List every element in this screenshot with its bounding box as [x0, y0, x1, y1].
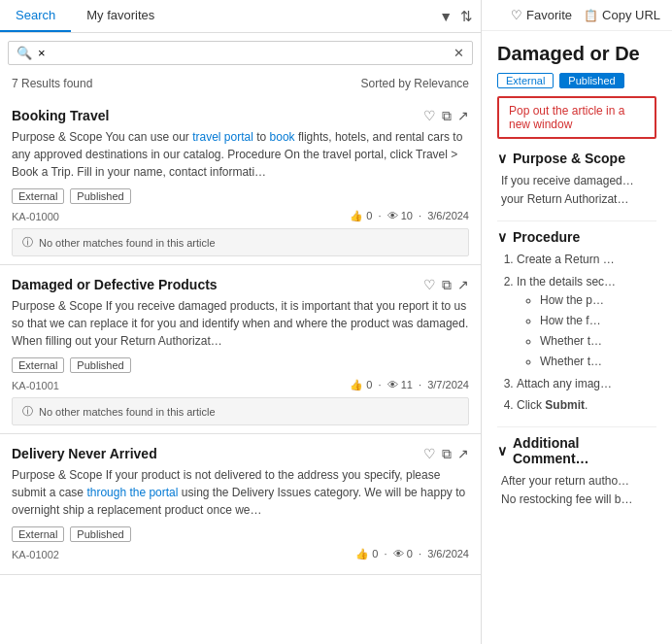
search-input[interactable] [38, 46, 454, 60]
list-item: In the details sec… How the p… How the f… [517, 273, 656, 372]
right-article-title: Damaged or De [482, 31, 672, 69]
right-tag-published[interactable]: Published [559, 73, 623, 88]
external-link-icon[interactable]: ↗ [457, 108, 469, 124]
clear-icon[interactable]: ✕ [454, 46, 464, 60]
article-title[interactable]: Booking Travel [12, 108, 109, 123]
info-icon: ⓘ [22, 404, 33, 419]
section-content-purpose: If you receive damaged… your Return Auth… [497, 172, 656, 209]
book-link[interactable]: book [270, 130, 295, 144]
favorite-icon[interactable]: ♡ [423, 446, 436, 462]
article-title[interactable]: Delivery Never Arrived [12, 446, 157, 461]
right-content: ∨ Purpose & Scope If you receive damaged… [482, 147, 672, 644]
article-tags: External Published [12, 526, 469, 542]
favorite-icon[interactable]: ♡ [423, 277, 436, 293]
section-additional: ∨ Additional Comment… After your return … [497, 435, 656, 509]
sort-label: Sorted by Relevance [361, 77, 469, 90]
chevron-additional-icon: ∨ [497, 443, 507, 458]
article-excerpt: Purpose & Scope If your product is not d… [12, 466, 469, 519]
external-link-icon[interactable]: ↗ [457, 277, 469, 293]
section-procedure: ∨ Procedure Create a Return … In the det… [497, 229, 656, 415]
article-header: Booking Travel ♡ ⧉ ↗ [12, 108, 469, 124]
right-tag-external[interactable]: External [497, 73, 554, 88]
no-matches-text: No other matches found in this article [39, 406, 216, 418]
results-header: 7 Results found Sorted by Relevance [0, 73, 481, 96]
list-item: Click Submit. [517, 396, 656, 415]
copy-icon[interactable]: ⧉ [442, 108, 452, 124]
right-panel-header: ♡ Favorite 📋 Copy URL [482, 0, 672, 31]
right-panel: ♡ Favorite 📋 Copy URL Damaged or De Exte… [482, 0, 672, 644]
article-id: KA-01001 [12, 380, 59, 391]
list-item: Whether t… [540, 353, 656, 371]
popout-banner[interactable]: Pop out the article in a new window [497, 96, 656, 139]
article-tags: External Published [12, 188, 469, 204]
copy-url-icon: 📋 [584, 9, 598, 22]
list-item: How the p… [540, 291, 656, 310]
favorite-action[interactable]: ♡ Favorite [511, 8, 572, 22]
article-stats: 👍 0 · 👁 0 · 3/6/2024 [355, 548, 469, 560]
article-id: KA-01000 [12, 211, 59, 222]
sort-icon[interactable]: ⇅ [460, 8, 473, 25]
copy-icon[interactable]: ⧉ [442, 446, 452, 462]
article-meta: KA-01001 👍 0 · 👁 11 · 3/7/2024 [12, 379, 469, 391]
article-title[interactable]: Damaged or Defective Products [12, 277, 218, 292]
divider [497, 220, 656, 221]
copy-icon[interactable]: ⧉ [442, 277, 452, 293]
tabs-bar: Search My favorites ▼ ⇅ [0, 0, 481, 33]
no-matches-text: No other matches found in this article [39, 237, 216, 249]
search-bar: 🔍 ✕ [8, 41, 473, 65]
article-card: Delivery Never Arrived ♡ ⧉ ↗ Purpose & S… [0, 434, 481, 575]
tab-search[interactable]: Search [0, 0, 71, 32]
no-matches-banner: ⓘ No other matches found in this article [12, 228, 469, 256]
section-purpose: ∨ Purpose & Scope If you receive damaged… [497, 151, 656, 209]
section-title-additional[interactable]: ∨ Additional Comment… [497, 435, 656, 466]
tag-published: Published [70, 357, 130, 373]
section-title-text: Procedure [513, 229, 580, 245]
travel-portal-link[interactable]: travel portal [192, 130, 253, 144]
copy-url-label: Copy URL [602, 8, 660, 22]
search-icon: 🔍 [17, 46, 32, 60]
section-content-procedure: Create a Return … In the details sec… Ho… [497, 251, 656, 415]
copy-url-action[interactable]: 📋 Copy URL [584, 8, 660, 22]
article-actions: ♡ ⧉ ↗ [423, 446, 469, 462]
article-card: Damaged or Defective Products ♡ ⧉ ↗ Purp… [0, 265, 481, 434]
article-actions: ♡ ⧉ ↗ [423, 108, 469, 124]
section-title-purpose[interactable]: ∨ Purpose & Scope [497, 151, 656, 166]
chevron-purpose-icon: ∨ [497, 151, 507, 166]
article-meta: KA-01002 👍 0 · 👁 0 · 3/6/2024 [12, 548, 469, 560]
article-excerpt: Purpose & Scope If you receive damaged p… [12, 297, 469, 350]
article-header: Damaged or Defective Products ♡ ⧉ ↗ [12, 277, 469, 293]
tab-favorites[interactable]: My favorites [71, 0, 170, 32]
results-count: 7 Results found [12, 77, 92, 90]
tag-external: External [12, 526, 64, 542]
favorite-icon[interactable]: ♡ [423, 108, 436, 124]
no-matches-banner: ⓘ No other matches found in this article [12, 397, 469, 425]
article-actions: ♡ ⧉ ↗ [423, 277, 469, 293]
articles-list: Booking Travel ♡ ⧉ ↗ Purpose & Scope You… [0, 96, 481, 644]
section-title-text: Purpose & Scope [513, 151, 625, 166]
list-item: How the f… [540, 312, 656, 330]
article-id: KA-01002 [12, 549, 59, 560]
tag-published: Published [70, 188, 130, 204]
divider [497, 426, 656, 427]
article-tags: External Published [12, 357, 469, 373]
filter-icon[interactable]: ▼ [439, 9, 453, 24]
favorite-label: Favorite [526, 8, 572, 22]
info-icon: ⓘ [22, 235, 33, 250]
tag-external: External [12, 357, 64, 373]
heart-icon: ♡ [511, 8, 522, 22]
list-item: Whether t… [540, 332, 656, 351]
article-excerpt: Purpose & Scope You can use our travel p… [12, 128, 469, 181]
external-link-icon[interactable]: ↗ [457, 446, 469, 462]
section-title-text: Additional Comment… [513, 435, 656, 466]
tag-external: External [12, 188, 64, 204]
chevron-procedure-icon: ∨ [497, 229, 507, 245]
section-title-procedure[interactable]: ∨ Procedure [497, 229, 656, 245]
tag-published: Published [70, 526, 130, 542]
article-stats: 👍 0 · 👁 10 · 3/6/2024 [350, 210, 469, 222]
left-panel: Search My favorites ▼ ⇅ 🔍 ✕ 7 Results fo… [0, 0, 482, 644]
article-meta: KA-01000 👍 0 · 👁 10 · 3/6/2024 [12, 210, 469, 222]
portal-link[interactable]: through the portal [86, 486, 178, 499]
submit-bold: Submit [545, 398, 585, 412]
article-header: Delivery Never Arrived ♡ ⧉ ↗ [12, 446, 469, 462]
article-stats: 👍 0 · 👁 11 · 3/7/2024 [350, 379, 469, 391]
